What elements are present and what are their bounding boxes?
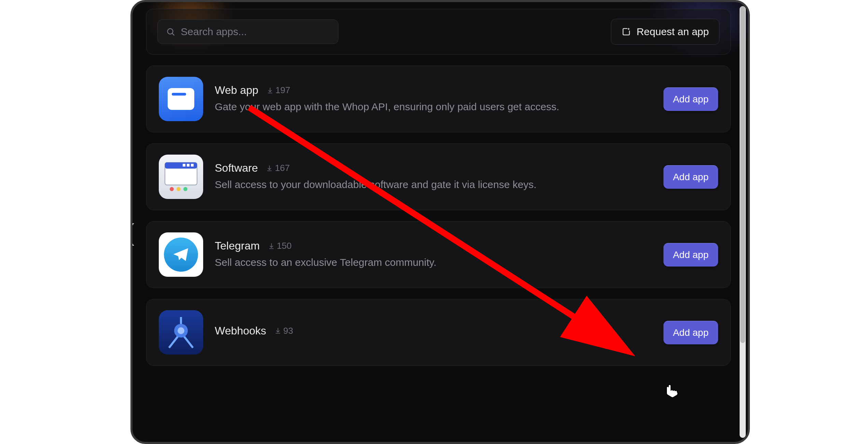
search-input[interactable] [181,26,330,38]
app-title: Software [215,162,258,174]
add-app-button[interactable]: Add app [663,87,718,111]
app-title: Telegram [215,240,260,252]
app-card-telegram: Telegram 150 Sell access to an exclusive… [146,221,731,288]
app-card-web-app: Web app 197 Gate your web app with the W… [146,66,731,132]
search-icon [166,27,175,37]
download-number: 150 [277,241,292,251]
app-info: Telegram 150 Sell access to an exclusive… [215,240,652,270]
svg-rect-4 [183,164,185,167]
svg-rect-5 [187,164,190,167]
add-app-button[interactable]: Add app [663,243,718,267]
telegram-icon [159,232,203,277]
scrollbar-thumb[interactable] [740,6,745,343]
app-window: ( Request an app [130,0,750,444]
app-info: Webhooks 93 [215,325,652,341]
svg-rect-6 [191,164,194,167]
download-count: 167 [266,163,290,173]
request-app-label: Request an app [636,26,709,38]
app-card-webhooks: Webhooks 93 Add app [146,299,731,366]
app-description: Sell access to an exclusive Telegram com… [215,256,652,270]
app-title: Webhooks [215,325,266,337]
download-icon [266,165,273,172]
download-icon [268,243,275,249]
scrollbar[interactable] [740,6,746,438]
content-area: Request an app Web app 197 Gate your web… [146,9,731,435]
request-app-button[interactable]: Request an app [611,19,719,45]
download-count: 150 [268,241,292,251]
webhooks-icon [159,310,203,355]
offscreen-control-peek: ( [130,219,134,246]
download-number: 197 [276,85,290,96]
search-box[interactable] [157,19,338,44]
add-app-button[interactable]: Add app [663,165,718,189]
web-app-icon [159,77,203,121]
app-info: Software 167 Sell access to your downloa… [215,162,652,192]
app-card-software: Software 167 Sell access to your downloa… [146,143,731,210]
app-description: Sell access to your downloadable softwar… [215,178,652,192]
app-description: Gate your web app with the Whop API, ens… [215,100,652,114]
new-window-sparkle-icon [621,27,631,37]
software-icon [159,155,203,199]
app-title: Web app [215,84,258,97]
download-icon [267,87,274,94]
svg-point-7 [170,187,174,191]
download-count: 197 [267,85,290,96]
app-info: Web app 197 Gate your web app with the W… [215,84,652,114]
top-bar: Request an app [146,9,731,55]
download-count: 93 [275,326,293,336]
svg-point-14 [178,327,184,334]
add-app-button-webhooks[interactable]: Add app [663,321,718,344]
svg-point-9 [183,187,187,191]
svg-line-1 [172,33,174,35]
download-number: 167 [275,163,290,173]
svg-point-8 [177,187,181,191]
download-icon [275,327,281,334]
download-number: 93 [283,326,293,336]
